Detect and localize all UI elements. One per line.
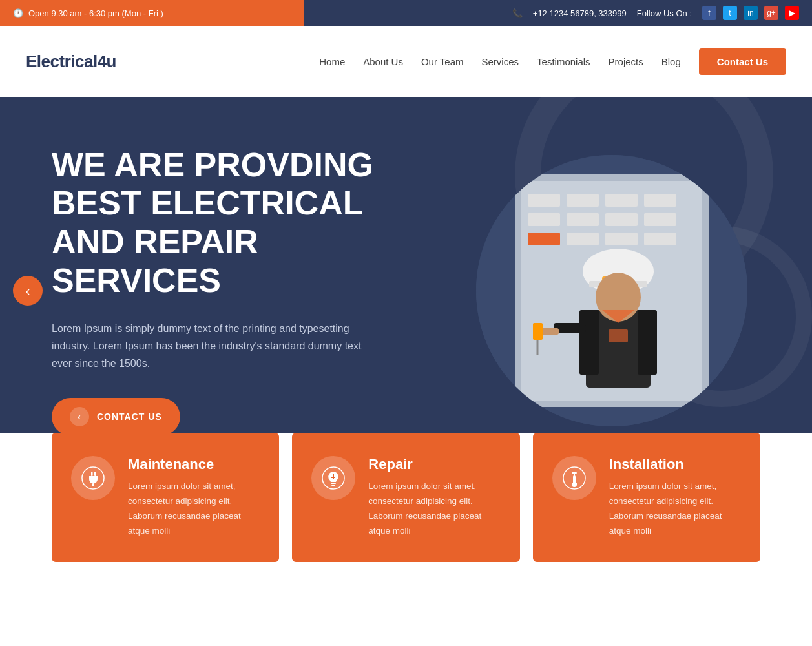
nav-projects[interactable]: Projects <box>609 56 643 67</box>
maintenance-icon-wrap <box>71 456 115 500</box>
repair-text: Repair Lorem ipsum dolor sit amet, conse… <box>368 456 500 539</box>
hero-description: Lorem Ipsum is simply dummy text of the … <box>52 320 375 373</box>
hero-title: WE ARE PROVDING BEST ELECTRICAL AND REPA… <box>52 146 401 300</box>
svg-rect-25 <box>541 328 559 335</box>
svg-rect-9 <box>605 213 638 226</box>
top-bar-left: 🕐 Open 9:30 am - 6:30 pm (Mon - Fri ) <box>0 0 304 26</box>
worker-circle <box>476 155 747 426</box>
svg-rect-22 <box>638 310 657 375</box>
maintenance-desc: Lorem ipsum dolor sit amet, consectetur … <box>128 479 260 539</box>
hero-worker-image <box>476 155 747 426</box>
facebook-icon[interactable]: f <box>702 6 716 20</box>
svg-rect-11 <box>528 233 560 245</box>
clock-icon: 🕐 <box>13 8 23 18</box>
youtube-icon[interactable]: ▶ <box>785 6 799 20</box>
svg-rect-8 <box>567 213 599 226</box>
hero-section: ‹ WE ARE PROVDING BEST ELECTRICAL AND RE… <box>0 97 812 484</box>
main-nav: Home About Us Our Team Services Testimon… <box>319 48 786 75</box>
svg-rect-12 <box>567 233 599 245</box>
tool-icon <box>563 466 586 490</box>
logo: Electrical4u <box>26 52 116 72</box>
plug-icon <box>81 466 105 490</box>
svg-rect-29 <box>609 329 628 342</box>
services-grid: Maintenance Lorem ipsum dolor sit amet, … <box>52 433 760 562</box>
nav-contact-btn[interactable]: Contact Us <box>699 48 786 75</box>
svg-rect-32 <box>94 472 96 476</box>
svg-rect-3 <box>528 194 560 207</box>
svg-rect-36 <box>331 484 335 486</box>
installation-title: Installation <box>609 456 741 473</box>
phone-icon: 📞 <box>512 8 523 18</box>
svg-rect-21 <box>579 310 599 375</box>
twitter-icon[interactable]: t <box>723 6 737 20</box>
svg-rect-14 <box>644 233 676 245</box>
repair-title: Repair <box>368 456 500 473</box>
hours-text: Open 9:30 am - 6:30 pm (Mon - Fri ) <box>28 8 163 18</box>
svg-rect-5 <box>605 194 638 207</box>
svg-rect-26 <box>533 323 543 340</box>
nav-blog[interactable]: Blog <box>661 56 681 67</box>
top-bar-right: 📞 +12 1234 56789, 333999 Follow Us On : … <box>304 0 812 26</box>
chevron-left-icon: ‹ <box>26 284 30 298</box>
googleplus-icon[interactable]: g+ <box>764 6 778 20</box>
follow-label: Follow Us On : <box>637 8 692 18</box>
nav-testimonials[interactable]: Testimonials <box>537 56 590 67</box>
header: Electrical4u Home About Us Our Team Serv… <box>0 26 812 97</box>
nav-home[interactable]: Home <box>319 56 345 67</box>
svg-rect-7 <box>528 213 560 226</box>
slider-prev-button[interactable]: ‹ <box>13 276 43 306</box>
svg-rect-4 <box>567 194 599 207</box>
repair-icon-wrap <box>311 456 355 500</box>
nav-about[interactable]: About Us <box>363 56 403 67</box>
repair-desc: Lorem ipsum dolor sit amet, consectetur … <box>368 479 500 539</box>
service-card-maintenance: Maintenance Lorem ipsum dolor sit amet, … <box>52 433 279 562</box>
nav-team[interactable]: Our Team <box>421 56 464 67</box>
linkedin-icon[interactable]: in <box>744 6 758 20</box>
worker-illustration <box>476 155 747 426</box>
installation-icon-wrap <box>552 456 596 500</box>
hero-cta-button[interactable]: ‹ CONTACT US <box>52 398 180 435</box>
social-icons: f t in g+ ▶ <box>702 6 799 20</box>
installation-desc: Lorem ipsum dolor sit amet, consectetur … <box>609 479 741 539</box>
svg-rect-6 <box>644 194 676 207</box>
services-section: Maintenance Lorem ipsum dolor sit amet, … <box>0 433 812 601</box>
service-card-installation: Installation Lorem ipsum dolor sit amet,… <box>533 433 760 562</box>
svg-rect-35 <box>331 483 336 484</box>
nav-services[interactable]: Services <box>482 56 519 67</box>
logo-text: Electrical4u <box>26 52 116 71</box>
svg-rect-33 <box>92 483 94 486</box>
hero-content: WE ARE PROVDING BEST ELECTRICAL AND REPA… <box>0 107 452 475</box>
svg-rect-31 <box>91 472 93 476</box>
installation-text: Installation Lorem ipsum dolor sit amet,… <box>609 456 741 539</box>
phone-text: +12 1234 56789, 333999 <box>533 8 627 18</box>
svg-rect-13 <box>605 233 638 245</box>
top-bar: 🕐 Open 9:30 am - 6:30 pm (Mon - Fri ) 📞 … <box>0 0 812 26</box>
hero-cta-label: CONTACT US <box>97 412 162 422</box>
maintenance-title: Maintenance <box>128 456 260 473</box>
bulb-icon <box>322 466 345 490</box>
service-card-repair: Repair Lorem ipsum dolor sit amet, conse… <box>292 433 519 562</box>
svg-rect-40 <box>573 475 576 484</box>
svg-rect-10 <box>644 213 676 226</box>
maintenance-text: Maintenance Lorem ipsum dolor sit amet, … <box>128 456 260 539</box>
hero-cta-icon: ‹ <box>70 407 89 426</box>
